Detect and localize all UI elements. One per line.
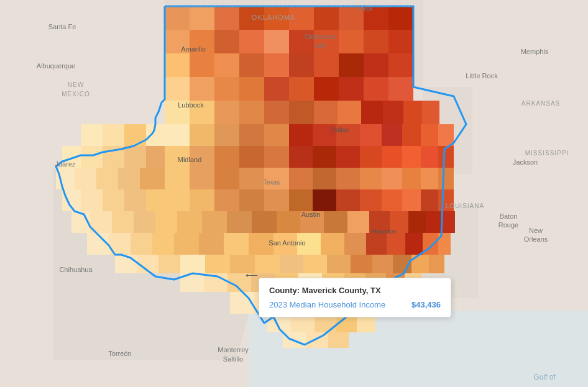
svg-rect-83	[239, 146, 264, 168]
svg-rect-92	[438, 146, 454, 168]
dallas-label: Dallas	[331, 126, 350, 134]
svg-rect-126	[402, 189, 421, 211]
svg-rect-64	[214, 124, 239, 146]
svg-rect-59	[103, 124, 124, 146]
svg-rect-175	[372, 255, 393, 273]
svg-rect-85	[289, 146, 313, 168]
svg-rect-54	[361, 101, 383, 124]
svg-rect-140	[324, 211, 347, 233]
tulsa-label: Tulsa	[356, 4, 373, 12]
svg-rect-113	[103, 189, 124, 211]
svg-rect-60	[124, 124, 146, 146]
svg-rect-97	[140, 168, 165, 189]
svg-rect-170	[255, 255, 280, 273]
svg-rect-134	[177, 211, 202, 233]
svg-rect-67	[289, 124, 313, 146]
gulf-label: Gulf of	[533, 373, 556, 381]
svg-rect-123	[336, 189, 360, 211]
svg-rect-50	[264, 101, 289, 124]
svg-rect-145	[426, 211, 441, 233]
svg-rect-132	[134, 211, 155, 233]
svg-rect-94	[75, 168, 96, 189]
svg-rect-63	[190, 124, 214, 146]
svg-rect-150	[152, 233, 174, 255]
svg-rect-136	[227, 211, 252, 233]
svg-rect-98	[165, 168, 190, 189]
svg-rect-56	[403, 101, 422, 124]
svg-rect-133	[155, 211, 177, 233]
svg-rect-110	[438, 168, 454, 189]
oklahoma-label: OKLAHOMA	[252, 14, 295, 21]
svg-rect-171	[280, 255, 303, 273]
svg-rect-37	[190, 77, 214, 101]
svg-text:City: City	[315, 42, 326, 49]
map-container: OKLAHOMA ARKANSAS MISSISSIPPI LOUISIANA …	[0, 0, 588, 387]
cursor: ⟵	[246, 270, 258, 280]
svg-rect-107	[382, 168, 402, 189]
svg-rect-91	[421, 146, 438, 168]
svg-rect-135	[202, 211, 227, 233]
svg-rect-41	[289, 77, 314, 101]
svg-rect-24	[364, 30, 388, 53]
tooltip-metric-label: 2023 Median Household Income	[269, 300, 385, 309]
svg-rect-15	[388, 6, 413, 30]
san-antonio-label: San Antonio	[269, 239, 305, 247]
svg-rect-173	[327, 255, 351, 273]
jackson-label: Jackson	[513, 158, 538, 166]
oklahoma-city-label: Oklahoma	[305, 33, 336, 40]
svg-rect-205	[328, 332, 349, 348]
svg-rect-178	[429, 255, 444, 273]
memphis-label: Memphis	[521, 48, 549, 55]
svg-rect-32	[314, 53, 339, 77]
svg-rect-172	[303, 255, 327, 273]
monterrey-label: Monterrey	[218, 346, 249, 353]
svg-rect-23	[339, 30, 364, 53]
svg-rect-43	[339, 77, 364, 101]
svg-rect-125	[382, 189, 402, 211]
juarez-label: Juárez	[55, 160, 76, 168]
svg-rect-44	[364, 77, 388, 101]
svg-rect-51	[289, 101, 314, 124]
svg-rect-30	[264, 53, 289, 77]
svg-rect-144	[408, 211, 426, 233]
svg-rect-160	[387, 233, 405, 255]
baton-rouge-label: Baton	[500, 212, 518, 220]
svg-rect-27	[190, 53, 214, 77]
svg-rect-71	[382, 124, 402, 146]
svg-rect-6	[165, 6, 190, 30]
svg-rect-167	[180, 255, 205, 273]
svg-rect-18	[214, 30, 239, 53]
svg-rect-39	[239, 77, 264, 101]
houston-label: Houston	[372, 227, 397, 235]
svg-rect-157	[321, 233, 344, 255]
svg-rect-90	[402, 146, 421, 168]
amarillo-label: Amarillo	[181, 45, 206, 53]
svg-rect-106	[360, 168, 382, 189]
svg-rect-101	[239, 168, 264, 189]
svg-rect-7	[190, 6, 214, 30]
louisiana-label: LOUISIANA	[446, 203, 484, 209]
svg-rect-109	[421, 168, 438, 189]
svg-rect-164	[115, 255, 137, 273]
svg-rect-119	[239, 189, 264, 211]
texas-label: Texas	[264, 179, 280, 186]
svg-rect-66	[264, 124, 289, 146]
svg-rect-146	[441, 211, 455, 233]
svg-rect-115	[146, 189, 165, 211]
svg-rect-28	[214, 53, 239, 77]
svg-rect-124	[360, 189, 382, 211]
svg-rect-151	[174, 233, 199, 255]
svg-rect-100	[214, 168, 239, 189]
svg-rect-99	[190, 168, 214, 189]
svg-rect-62	[165, 124, 190, 146]
svg-rect-26	[165, 53, 190, 77]
svg-rect-105	[336, 168, 360, 189]
svg-rect-174	[351, 255, 372, 273]
svg-rect-36	[165, 77, 190, 101]
svg-rect-40	[264, 77, 289, 101]
svg-rect-88	[360, 146, 382, 168]
county-tooltip: County: Maverick County, TX 2023 Median …	[259, 278, 451, 317]
svg-rect-65	[239, 124, 264, 146]
svg-rect-25	[388, 30, 413, 53]
svg-rect-95	[96, 168, 118, 189]
